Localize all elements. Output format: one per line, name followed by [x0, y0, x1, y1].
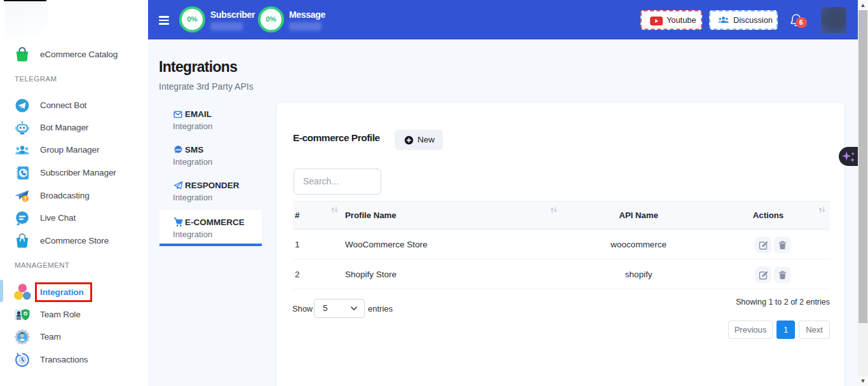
- svg-text:SMS: SMS: [175, 148, 182, 151]
